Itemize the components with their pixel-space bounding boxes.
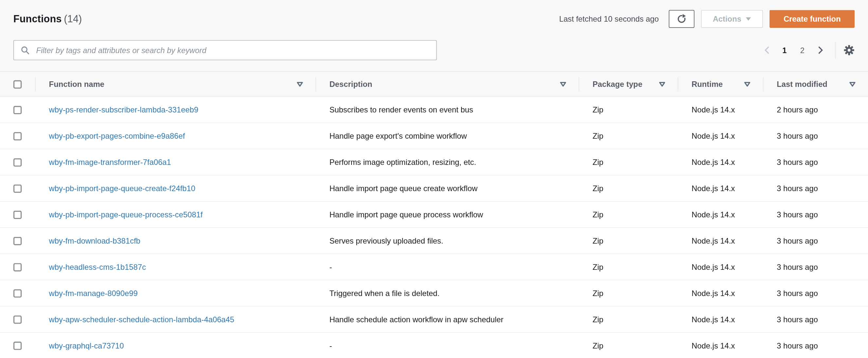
filter-triangle-icon[interactable] bbox=[297, 81, 303, 87]
function-name-link[interactable]: wby-apw-scheduler-schedule-action-lambda… bbox=[49, 315, 234, 324]
package-type-cell: Zip bbox=[579, 341, 678, 350]
function-name-link[interactable]: wby-fm-download-b381cfb bbox=[49, 237, 141, 245]
select-all-cell bbox=[0, 72, 35, 97]
runtime-cell: Node.js 14.x bbox=[678, 341, 763, 350]
runtime-cell: Node.js 14.x bbox=[678, 210, 763, 219]
last-modified-cell: 3 hours ago bbox=[763, 263, 868, 271]
table-row: wby-pb-import-page-queue-process-ce5081f… bbox=[0, 202, 868, 228]
description-cell: Subscribes to render events on event bus bbox=[315, 105, 579, 114]
runtime-cell: Node.js 14.x bbox=[678, 132, 763, 140]
function-name-link[interactable]: wby-headless-cms-1b1587c bbox=[49, 263, 146, 271]
package-type-cell: Zip bbox=[579, 237, 678, 245]
function-name-link[interactable]: wby-fm-manage-8090e99 bbox=[49, 289, 138, 298]
preferences-button[interactable] bbox=[843, 45, 855, 56]
column-header-runtime[interactable]: Runtime bbox=[678, 72, 763, 97]
row-checkbox[interactable] bbox=[13, 184, 22, 193]
runtime-cell: Node.js 14.x bbox=[678, 105, 763, 114]
function-name-cell: wby-headless-cms-1b1587c bbox=[35, 263, 315, 271]
row-checkbox[interactable] bbox=[13, 106, 22, 114]
row-select-cell bbox=[0, 341, 35, 350]
row-select-cell bbox=[0, 263, 35, 271]
page-title-text: Functions bbox=[13, 13, 62, 24]
function-count: (14) bbox=[64, 13, 82, 24]
filter-triangle-icon[interactable] bbox=[744, 81, 750, 87]
table-row: wby-pb-import-page-queue-create-f24fb10 … bbox=[0, 176, 868, 202]
page-button-2[interactable]: 2 bbox=[795, 43, 809, 57]
description-cell: - bbox=[315, 263, 579, 271]
description-cell: Handle page export's combine workflow bbox=[315, 132, 579, 140]
table-row: wby-graphql-ca73710 - Zip Node.js 14.x 3… bbox=[0, 333, 868, 358]
function-name-link[interactable]: wby-fm-image-transformer-7fa06a1 bbox=[49, 158, 171, 167]
package-type-cell: Zip bbox=[579, 158, 678, 167]
filter-triangle-icon[interactable] bbox=[849, 81, 856, 87]
row-checkbox[interactable] bbox=[13, 315, 22, 324]
package-type-cell: Zip bbox=[579, 132, 678, 140]
filter-triangle-icon[interactable] bbox=[659, 81, 665, 87]
page-title: Functions(14) bbox=[13, 13, 82, 25]
table-body: wby-ps-render-subscriber-lambda-331eeb9 … bbox=[0, 97, 868, 358]
function-name-cell: wby-apw-scheduler-schedule-action-lambda… bbox=[35, 315, 315, 324]
gear-icon bbox=[843, 45, 855, 56]
runtime-cell: Node.js 14.x bbox=[678, 184, 763, 193]
runtime-cell: Node.js 14.x bbox=[678, 158, 763, 167]
header-actions: Last fetched 10 seconds ago Actions Crea… bbox=[559, 10, 855, 28]
description-cell: Serves previously uploaded files. bbox=[315, 237, 579, 245]
row-checkbox[interactable] bbox=[13, 158, 22, 167]
column-header-last-modified[interactable]: Last modified bbox=[763, 72, 868, 97]
last-modified-cell: 3 hours ago bbox=[763, 210, 868, 219]
function-name-link[interactable]: wby-pb-import-page-queue-process-ce5081f bbox=[49, 210, 203, 219]
function-name-cell: wby-graphql-ca73710 bbox=[35, 341, 315, 350]
row-checkbox[interactable] bbox=[13, 289, 22, 297]
refresh-button[interactable] bbox=[669, 10, 694, 28]
chevron-down-icon bbox=[746, 17, 751, 21]
next-page-button[interactable] bbox=[813, 43, 828, 57]
row-select-cell bbox=[0, 289, 35, 297]
create-function-button[interactable]: Create function bbox=[770, 10, 855, 28]
column-header-function-name[interactable]: Function name bbox=[35, 72, 315, 97]
lambda-functions-page: Functions(14) Last fetched 10 seconds ag… bbox=[0, 0, 868, 358]
function-name-cell: wby-pb-import-page-queue-process-ce5081f bbox=[35, 210, 315, 219]
search-input[interactable] bbox=[13, 40, 437, 60]
function-name-link[interactable]: wby-ps-render-subscriber-lambda-331eeb9 bbox=[49, 105, 198, 114]
table-header-row: Function name Description Package type R… bbox=[0, 72, 868, 97]
description-cell: Handle import page queue create workflow bbox=[315, 184, 579, 193]
row-select-cell bbox=[0, 237, 35, 245]
table-row: wby-fm-manage-8090e99 Triggered when a f… bbox=[0, 280, 868, 306]
actions-button[interactable]: Actions bbox=[701, 10, 763, 28]
column-header-package-type[interactable]: Package type bbox=[579, 72, 678, 97]
row-checkbox[interactable] bbox=[13, 132, 22, 140]
package-type-cell: Zip bbox=[579, 263, 678, 271]
select-all-checkbox[interactable] bbox=[13, 80, 22, 88]
description-cell: Performs image optimization, resizing, e… bbox=[315, 158, 579, 167]
last-fetched-text: Last fetched 10 seconds ago bbox=[559, 15, 658, 23]
function-name-link[interactable]: wby-pb-export-pages-combine-e9a86ef bbox=[49, 132, 185, 140]
function-name-link[interactable]: wby-graphql-ca73710 bbox=[49, 341, 124, 350]
runtime-cell: Node.js 14.x bbox=[678, 263, 763, 271]
filter-triangle-icon[interactable] bbox=[560, 81, 566, 87]
runtime-cell: Node.js 14.x bbox=[678, 289, 763, 298]
header-bar: Functions(14) Last fetched 10 seconds ag… bbox=[0, 0, 868, 29]
function-name-cell: wby-fm-image-transformer-7fa06a1 bbox=[35, 158, 315, 167]
last-modified-cell: 3 hours ago bbox=[763, 289, 868, 298]
runtime-cell: Node.js 14.x bbox=[678, 315, 763, 324]
column-header-description[interactable]: Description bbox=[315, 72, 579, 97]
last-modified-cell: 3 hours ago bbox=[763, 315, 868, 324]
row-checkbox[interactable] bbox=[13, 263, 22, 271]
package-type-cell: Zip bbox=[579, 184, 678, 193]
page-button-1[interactable]: 1 bbox=[777, 43, 792, 57]
row-checkbox[interactable] bbox=[13, 211, 22, 219]
function-name-cell: wby-ps-render-subscriber-lambda-331eeb9 bbox=[35, 105, 315, 114]
last-modified-cell: 2 hours ago bbox=[763, 105, 868, 114]
row-select-cell bbox=[0, 158, 35, 167]
row-select-cell bbox=[0, 315, 35, 324]
row-select-cell bbox=[0, 211, 35, 219]
row-checkbox[interactable] bbox=[13, 237, 22, 245]
function-name-link[interactable]: wby-pb-import-page-queue-create-f24fb10 bbox=[49, 184, 195, 193]
search-box bbox=[13, 40, 437, 60]
function-name-cell: wby-pb-import-page-queue-create-f24fb10 bbox=[35, 184, 315, 193]
row-checkbox[interactable] bbox=[13, 341, 22, 350]
description-cell: Handle schedule action workflow in apw s… bbox=[315, 315, 579, 324]
last-modified-cell: 3 hours ago bbox=[763, 132, 868, 140]
row-select-cell bbox=[0, 132, 35, 140]
previous-page-button[interactable] bbox=[760, 43, 774, 57]
